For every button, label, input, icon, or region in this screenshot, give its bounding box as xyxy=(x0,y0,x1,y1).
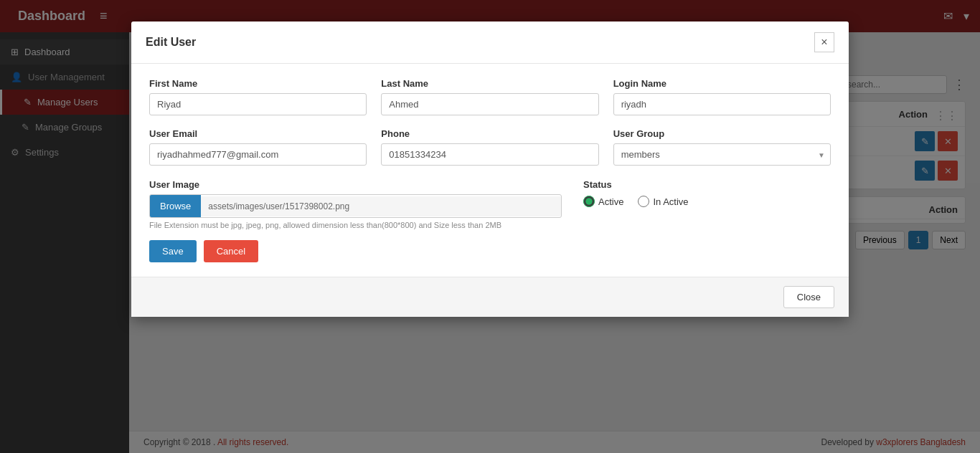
user-group-group: User Group members admin xyxy=(613,128,831,166)
form-left-col: First Name Last Name Login Name xyxy=(149,78,831,262)
modal-overlay: Edit User × First Name Last Name xyxy=(0,0,980,453)
modal-header: Edit User × xyxy=(131,22,849,64)
save-button[interactable]: Save xyxy=(149,240,197,262)
phone-label: Phone xyxy=(381,128,598,139)
login-name-group: Login Name xyxy=(613,78,831,115)
phone-input[interactable] xyxy=(381,143,598,166)
last-name-group: Last Name xyxy=(381,78,598,115)
file-upload-row: Browse assets/images/user/1517398002.png xyxy=(149,194,562,218)
status-group: Status Active In Active xyxy=(583,178,831,229)
first-name-label: First Name xyxy=(149,78,367,89)
user-image-group: User Image Browse assets/images/user/151… xyxy=(149,178,562,229)
status-radio-group: Active In Active xyxy=(583,196,831,207)
cancel-button[interactable]: Cancel xyxy=(204,240,258,262)
file-hint: File Extension must be jpg, jpeg, png, a… xyxy=(149,221,562,229)
user-group-select[interactable]: members admin xyxy=(613,143,831,166)
modal-body: First Name Last Name Login Name xyxy=(131,64,849,277)
user-group-label: User Group xyxy=(613,128,831,139)
user-email-input[interactable] xyxy=(149,143,367,166)
login-name-label: Login Name xyxy=(613,78,831,89)
user-image-label: User Image xyxy=(149,179,199,190)
edit-user-modal: Edit User × First Name Last Name xyxy=(131,22,849,317)
form-row-1: First Name Last Name Login Name xyxy=(149,78,831,115)
status-inactive-label: In Active xyxy=(653,196,688,207)
status-inactive-radio[interactable]: In Active xyxy=(638,196,688,207)
user-email-group: User Email xyxy=(149,128,367,166)
form-row-2: User Email Phone User Group members xyxy=(149,128,831,166)
status-active-label: Active xyxy=(598,196,623,207)
modal-footer: Close xyxy=(131,277,849,317)
close-button[interactable]: Close xyxy=(783,286,834,308)
user-email-label: User Email xyxy=(149,128,367,139)
login-name-input[interactable] xyxy=(613,93,831,115)
form-row-3: User Image Browse assets/images/user/151… xyxy=(149,178,831,229)
status-active-input[interactable] xyxy=(583,196,595,207)
phone-group: Phone xyxy=(381,128,598,166)
form-buttons: Save Cancel xyxy=(149,240,831,262)
last-name-input[interactable] xyxy=(381,93,598,115)
modal-form: First Name Last Name Login Name xyxy=(149,78,831,262)
modal-close-button[interactable]: × xyxy=(814,32,834,52)
user-group-select-wrapper: members admin xyxy=(613,143,831,166)
status-active-radio[interactable]: Active xyxy=(583,196,623,207)
status-label: Status xyxy=(583,179,612,190)
browse-button[interactable]: Browse xyxy=(150,195,201,217)
last-name-label: Last Name xyxy=(381,78,598,89)
first-name-input[interactable] xyxy=(149,93,367,115)
file-path: assets/images/user/1517398002.png xyxy=(201,196,561,216)
modal-title: Edit User xyxy=(146,36,196,49)
status-inactive-input[interactable] xyxy=(638,196,649,207)
first-name-group: First Name xyxy=(149,78,367,115)
